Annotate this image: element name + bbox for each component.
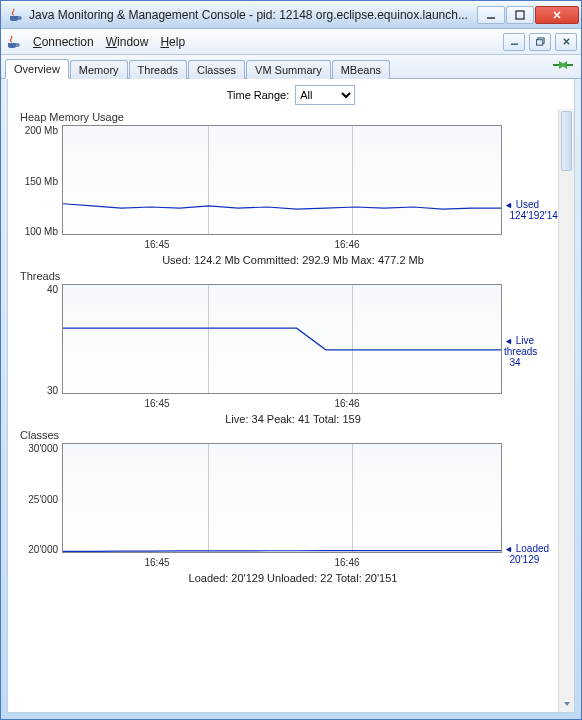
scroll-down-icon[interactable] (559, 696, 574, 712)
tabbar: Overview Memory Threads Classes VM Summa… (1, 55, 581, 79)
titlebar[interactable]: Java Monitoring & Management Console - p… (1, 1, 581, 29)
tab-threads[interactable]: Threads (129, 60, 187, 79)
tab-memory[interactable]: Memory (70, 60, 128, 79)
plot-area[interactable] (62, 284, 502, 394)
chart-stats: Live: 34 Peak: 41 Total: 159 (18, 413, 568, 425)
menu-help[interactable]: Help (156, 33, 189, 51)
internal-close-button[interactable] (555, 33, 577, 51)
tab-vmsummary[interactable]: VM Summary (246, 60, 331, 79)
menubar: Connection Window Help (1, 29, 581, 55)
scrollbar[interactable] (558, 109, 574, 712)
svg-rect-0 (516, 11, 524, 19)
tab-overview[interactable]: Overview (5, 59, 69, 79)
svg-rect-2 (536, 40, 542, 45)
internal-minimize-button[interactable] (503, 33, 525, 51)
connection-status-icon (553, 58, 573, 78)
time-range-select[interactable]: All (295, 85, 355, 105)
chart-1: Threads4030◄ Live threads 3416:4516:46Li… (18, 270, 568, 425)
y-axis: 4030 (18, 284, 62, 396)
x-axis: 16:4516:46 (62, 239, 442, 250)
maximize-button[interactable] (506, 6, 534, 24)
chart-stats: Loaded: 20'129 Unloaded: 22 Total: 20'15… (18, 572, 568, 584)
x-axis: 16:4516:46 (62, 557, 442, 568)
chart-title: Heap Memory Usage (20, 111, 568, 123)
time-range-label: Time Range: (227, 89, 290, 101)
internal-restore-button[interactable] (529, 33, 551, 51)
tab-mbeans[interactable]: MBeans (332, 60, 390, 79)
svg-marker-6 (561, 61, 567, 69)
chart-0: Heap Memory Usage200 Mb150 Mb100 Mb◄ Use… (18, 111, 568, 266)
menu-connection[interactable]: Connection (29, 33, 98, 51)
y-axis: 200 Mb150 Mb100 Mb (18, 125, 62, 237)
y-axis: 30'00025'00020'000 (18, 443, 62, 555)
charts-area: Heap Memory Usage200 Mb150 Mb100 Mb◄ Use… (8, 109, 574, 712)
close-button[interactable] (535, 6, 579, 24)
plot-area[interactable] (62, 125, 502, 235)
tab-classes[interactable]: Classes (188, 60, 245, 79)
chart-title: Threads (20, 270, 568, 282)
menu-window[interactable]: Window (102, 33, 153, 51)
window-controls (477, 6, 579, 24)
time-range-row: Time Range: All (8, 79, 574, 109)
java-icon (7, 7, 23, 23)
chart-title: Classes (20, 429, 568, 441)
plot-area[interactable] (62, 443, 502, 553)
chart-stats: Used: 124.2 Mb Committed: 292.9 Mb Max: … (18, 254, 568, 266)
window-title: Java Monitoring & Management Console - p… (29, 8, 477, 22)
x-axis: 16:4516:46 (62, 398, 442, 409)
content-panel: Time Range: All Heap Memory Usage200 Mb1… (7, 79, 575, 713)
chart-2: Classes30'00025'00020'000◄ Loaded 20'129… (18, 429, 568, 584)
scroll-thumb[interactable] (561, 111, 572, 171)
java-icon (5, 34, 21, 50)
app-window: Java Monitoring & Management Console - p… (0, 0, 582, 720)
minimize-button[interactable] (477, 6, 505, 24)
